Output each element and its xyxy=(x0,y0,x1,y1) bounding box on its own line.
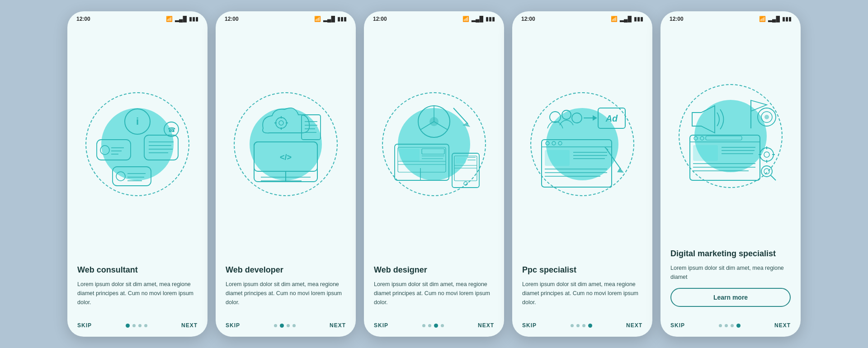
time-5: 12:00 xyxy=(670,16,684,22)
svg-point-88 xyxy=(764,115,769,119)
phone-ppc-specialist: 12:00 📶 ▂▄█ ▮▮▮ Ad xyxy=(512,11,652,337)
battery-icon: ▮▮▮ xyxy=(189,16,198,22)
phones-container: 12:00 📶 ▂▄█ ▮▮▮ i xyxy=(67,11,801,337)
svg-rect-14 xyxy=(113,167,151,186)
phone-body-1: Lorem ipsum dolor sit dim amet, mea regi… xyxy=(77,280,198,307)
dot-2-3 xyxy=(292,324,296,327)
svg-point-63 xyxy=(562,110,571,119)
signal-icon-3: ▂▄█ xyxy=(472,16,483,22)
dot-2-0 xyxy=(274,324,277,327)
dot-4-2 xyxy=(582,324,585,327)
dot-5-3 xyxy=(736,324,741,328)
phone-title-3: Web designer xyxy=(374,265,494,275)
dot-2-1 xyxy=(280,324,284,328)
dot-5-1 xyxy=(725,324,728,327)
svg-text:☎: ☎ xyxy=(168,126,175,133)
wifi-icon-3: 📶 xyxy=(462,16,469,22)
dot-1-0 xyxy=(126,324,130,328)
phone-body-3: Lorem ipsum dolor sit dim amet, mea regi… xyxy=(374,280,494,307)
next-button-4[interactable]: NEXT xyxy=(626,322,642,329)
next-button-2[interactable]: NEXT xyxy=(330,322,346,329)
status-bar-2: 12:00 📶 ▂▄█ ▮▮▮ xyxy=(216,11,356,24)
dot-4-0 xyxy=(571,324,574,327)
svg-rect-74 xyxy=(545,150,570,166)
svg-rect-47 xyxy=(422,149,444,154)
illustration-marketing xyxy=(660,24,801,249)
svg-point-62 xyxy=(550,112,561,122)
svg-point-3 xyxy=(100,146,109,155)
next-button-5[interactable]: NEXT xyxy=(774,322,791,329)
phone-title-1: Web consultant xyxy=(77,265,198,275)
dot-3-1 xyxy=(428,324,431,327)
skip-button-1[interactable]: SKIP xyxy=(77,322,92,329)
svg-text:i: i xyxy=(136,116,139,127)
status-bar-4: 12:00 📶 ▂▄█ ▮▮▮ xyxy=(512,11,652,24)
dot-1-1 xyxy=(132,324,136,327)
wifi-icon: 📶 xyxy=(166,16,173,22)
dot-3-3 xyxy=(441,324,444,327)
ppc-svg: Ad xyxy=(530,94,634,194)
phone-nav-2: SKIP NEXT xyxy=(216,319,356,337)
svg-point-92 xyxy=(700,136,704,140)
phone-body-4: Lorem ipsum dolor sit dim amet, mea regi… xyxy=(522,280,642,307)
svg-point-72 xyxy=(552,141,556,145)
dots-1 xyxy=(126,324,147,328)
signal-icon-5: ▂▄█ xyxy=(768,16,780,22)
illustration-designer xyxy=(364,24,504,265)
wifi-icon-2: 📶 xyxy=(314,16,321,22)
svg-line-81 xyxy=(606,149,621,169)
phone-title-5: Digital marketing specialist xyxy=(670,249,791,259)
svg-point-101 xyxy=(760,148,774,161)
dots-5 xyxy=(719,324,741,328)
phone-nav-5: SKIP NEXT xyxy=(660,319,801,337)
wifi-icon-4: 📶 xyxy=(611,16,618,22)
skip-button-2[interactable]: SKIP xyxy=(226,322,240,329)
svg-point-107 xyxy=(761,166,772,177)
skip-button-3[interactable]: SKIP xyxy=(374,322,388,329)
svg-point-15 xyxy=(116,172,125,181)
wifi-icon-5: 📶 xyxy=(759,16,766,22)
svg-point-64 xyxy=(572,113,582,123)
svg-rect-94 xyxy=(693,145,718,161)
dot-4-3 xyxy=(588,324,592,328)
illustration-consultant: i ☎ xyxy=(67,24,208,265)
svg-point-109 xyxy=(764,169,769,174)
phone-body-2: Lorem ipsum dolor sit dim amet, mea regi… xyxy=(226,280,346,307)
status-bar-3: 12:00 📶 ▂▄█ ▮▮▮ xyxy=(364,11,504,24)
skip-button-4[interactable]: SKIP xyxy=(522,322,537,329)
time-3: 12:00 xyxy=(373,16,387,22)
designer-svg xyxy=(382,94,486,194)
battery-icon-5: ▮▮▮ xyxy=(782,16,792,22)
status-bar-1: 12:00 📶 ▂▄█ ▮▮▮ xyxy=(67,11,208,24)
dot-5-0 xyxy=(719,324,722,327)
phone-content-3: Web designer Lorem ipsum dolor sit dim a… xyxy=(364,265,504,319)
dot-1-3 xyxy=(144,324,147,327)
phone-nav-1: SKIP NEXT xyxy=(67,319,208,337)
phone-content-5: Digital marketing specialist Lorem ipsum… xyxy=(660,249,801,319)
next-button-3[interactable]: NEXT xyxy=(478,322,494,329)
marketing-svg xyxy=(679,88,783,185)
battery-icon-2: ▮▮▮ xyxy=(337,16,347,22)
svg-point-91 xyxy=(694,136,698,140)
skip-button-5[interactable]: SKIP xyxy=(670,322,685,329)
learn-more-button[interactable]: Learn more xyxy=(670,288,791,307)
phone-nav-3: SKIP NEXT xyxy=(364,319,504,337)
consultant-svg: i ☎ xyxy=(88,97,187,192)
svg-point-102 xyxy=(764,152,769,157)
svg-rect-25 xyxy=(302,115,321,140)
svg-point-61 xyxy=(464,182,467,185)
svg-rect-2 xyxy=(97,140,131,160)
svg-point-19 xyxy=(276,118,287,128)
svg-line-42 xyxy=(453,108,468,124)
dots-4 xyxy=(571,324,592,328)
svg-rect-56 xyxy=(456,157,466,164)
svg-point-71 xyxy=(546,141,549,145)
svg-rect-7 xyxy=(144,135,178,160)
battery-icon-4: ▮▮▮ xyxy=(634,16,643,22)
phone-body-5: Lorem ipsum dolor sit dim amet, mea regi… xyxy=(670,263,791,282)
next-button-1[interactable]: NEXT xyxy=(181,322,198,329)
dot-3-2 xyxy=(434,324,438,328)
phone-title-2: Web developer xyxy=(226,265,346,275)
signal-icon: ▂▄█ xyxy=(175,16,187,22)
dots-3 xyxy=(422,324,444,328)
